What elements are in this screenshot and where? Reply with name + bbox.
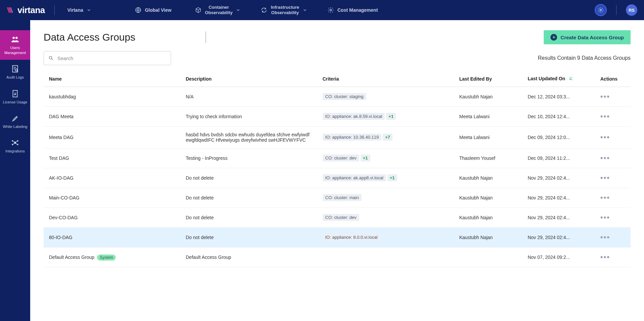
row-actions-menu[interactable]: ••• bbox=[600, 174, 610, 182]
divider bbox=[54, 5, 55, 15]
sidebar-item-integrations[interactable]: Integrations bbox=[0, 134, 30, 158]
row-actions-menu[interactable]: ••• bbox=[600, 92, 610, 101]
cell-description: Do not delete bbox=[180, 227, 317, 247]
nav-infra-l2: Observability bbox=[271, 10, 299, 15]
sidebar-item-audit-logs[interactable]: Audit Logs bbox=[0, 60, 30, 84]
cell-actions: ••• bbox=[595, 148, 631, 168]
brand-name: virtana bbox=[17, 5, 45, 15]
th-name[interactable]: Name bbox=[44, 71, 180, 87]
nav-container-l1: Container bbox=[205, 5, 232, 10]
criteria-more-badge[interactable]: +1 bbox=[387, 174, 397, 181]
settings-button[interactable] bbox=[595, 4, 607, 16]
cell-updated-on: Nov 07, 2024 09:2... bbox=[522, 247, 595, 267]
cell-description: Do not delete bbox=[180, 188, 317, 208]
criteria-tag: CO: cluster: dev bbox=[323, 154, 359, 162]
divider bbox=[616, 5, 616, 15]
system-badge: System bbox=[97, 255, 116, 261]
nav-global-view[interactable]: Global View bbox=[131, 5, 175, 15]
table-row[interactable]: DAG MeetaTrying to check informationIO: … bbox=[44, 106, 631, 126]
sidebar-label: White Labeling bbox=[3, 125, 28, 129]
sidebar-label-l1: Users bbox=[10, 46, 20, 50]
sidebar-label-l2: Management bbox=[4, 51, 26, 55]
table-row[interactable]: Meeta DAGhasbd hdvs bvdsh sdcbv ewhuds d… bbox=[44, 126, 631, 148]
create-data-access-group-button[interactable]: + Create Data Access Group bbox=[544, 30, 631, 44]
nav-infra-l1: Infrastructure bbox=[271, 5, 299, 10]
cell-name: AK-IO-DAG bbox=[44, 168, 180, 188]
row-actions-menu[interactable]: ••• bbox=[600, 133, 610, 141]
criteria-tag: CO: cluster: staging bbox=[323, 93, 366, 100]
integrations-icon bbox=[11, 138, 19, 147]
th-actions: Actions bbox=[595, 71, 631, 87]
cell-edited-by: Meeta Lalwani bbox=[454, 106, 522, 126]
brand-logo[interactable]: virtana bbox=[7, 5, 45, 15]
brush-icon bbox=[11, 114, 19, 123]
cell-edited-by: Kaustubh Najan bbox=[454, 208, 522, 227]
nav-cost-mgmt[interactable]: Cost Management bbox=[324, 5, 381, 15]
cell-criteria bbox=[317, 247, 454, 267]
cell-edited-by: Kaustubh Najan bbox=[454, 87, 522, 106]
nav-infra-obs[interactable]: Infrastructure Observability bbox=[257, 3, 311, 17]
nav-container-obs[interactable]: Container Observability bbox=[192, 3, 244, 17]
gear-icon bbox=[327, 7, 334, 13]
topbar: virtana Virtana Global View Container Ob… bbox=[0, 0, 644, 20]
chevron-down-icon bbox=[87, 8, 91, 12]
cell-actions: ••• bbox=[595, 227, 631, 247]
table-row[interactable]: Test DAGTesting - InProgressCO: cluster:… bbox=[44, 148, 631, 168]
row-actions-menu[interactable]: ••• bbox=[600, 193, 610, 202]
gear-icon bbox=[598, 7, 604, 13]
criteria-more-badge[interactable]: +1 bbox=[361, 154, 370, 162]
org-selector[interactable]: Virtana bbox=[64, 5, 95, 15]
search-icon bbox=[48, 55, 54, 61]
cell-actions: ••• bbox=[595, 208, 631, 227]
cell-actions: ••• bbox=[595, 188, 631, 208]
user-avatar[interactable]: RS bbox=[626, 4, 637, 16]
cell-criteria: CO: cluster: dev bbox=[317, 208, 454, 227]
results-count: Results Contain 9 Data Access Groups bbox=[538, 55, 631, 61]
table-row[interactable]: kaustubhdagN/ACO: cluster: stagingKaustu… bbox=[44, 87, 631, 106]
cell-description: N/A bbox=[180, 87, 317, 106]
row-actions-menu[interactable]: ••• bbox=[600, 253, 610, 261]
table-row[interactable]: Main-CO-DAGDo not deleteCO: cluster: mai… bbox=[44, 188, 631, 208]
svg-text:Z: Z bbox=[571, 77, 572, 79]
row-actions-menu[interactable]: ••• bbox=[600, 112, 610, 121]
criteria-tag: IO: appliance: 8.0.0.vi.local bbox=[323, 234, 380, 241]
org-name: Virtana bbox=[67, 7, 83, 13]
table-row[interactable]: Dev-CO-DAGDo not deleteCO: cluster: devK… bbox=[44, 208, 631, 227]
svg-point-11 bbox=[12, 144, 13, 145]
th-updated-label: Last Updated On bbox=[528, 76, 565, 81]
sort-desc-icon: ZA bbox=[569, 76, 573, 82]
row-actions-menu[interactable]: ••• bbox=[600, 213, 610, 222]
table-row[interactable]: Default Access GroupSystemDefault Access… bbox=[44, 247, 631, 267]
cell-edited-by: Kaustubh Najan bbox=[454, 168, 522, 188]
cell-edited-by: Meeta Lalwani bbox=[454, 126, 522, 148]
row-actions-menu[interactable]: ••• bbox=[600, 233, 610, 241]
cell-criteria: IO: appliance: 8.0.0.vi.local bbox=[317, 227, 454, 247]
cell-name: DAG Meeta bbox=[44, 106, 180, 126]
audit-icon bbox=[11, 64, 19, 73]
criteria-more-badge[interactable]: +7 bbox=[383, 134, 392, 141]
search-input[interactable] bbox=[44, 51, 171, 65]
create-btn-label: Create Data Access Group bbox=[560, 35, 624, 40]
sidebar-item-users-management[interactable]: Users Management bbox=[0, 30, 30, 60]
svg-point-4 bbox=[15, 37, 18, 39]
th-description[interactable]: Description bbox=[180, 71, 317, 87]
cell-edited-by: Kaustubh Najan bbox=[454, 227, 522, 247]
th-updated-on[interactable]: Last Updated On ZA bbox=[522, 71, 595, 87]
row-actions-menu[interactable]: ••• bbox=[600, 154, 610, 162]
th-criteria[interactable]: Criteria bbox=[317, 71, 454, 87]
cell-updated-on: Dec 12, 2024 03:3... bbox=[522, 87, 595, 106]
criteria-more-badge[interactable]: +1 bbox=[386, 113, 396, 120]
sidebar-label: Audit Logs bbox=[6, 75, 24, 80]
cell-criteria: CO: cluster: main bbox=[317, 188, 454, 208]
license-icon bbox=[11, 89, 19, 98]
cell-updated-on: Nov 29, 2024 02:4... bbox=[522, 208, 595, 227]
cell-criteria: CO: cluster: dev+1 bbox=[317, 148, 454, 168]
cell-description: Trying to check information bbox=[180, 106, 317, 126]
table-row[interactable]: 80-IO-DAGDo not deleteIO: appliance: 8.0… bbox=[44, 227, 631, 247]
sidebar-item-white-labeling[interactable]: White Labeling bbox=[0, 109, 30, 134]
sidebar-item-license-usage[interactable]: License Usage bbox=[0, 85, 30, 109]
th-edited-by[interactable]: Last Edited By bbox=[454, 71, 522, 87]
sidebar: Users Management Audit Logs License Usag… bbox=[0, 20, 30, 321]
cell-updated-on: Nov 29, 2024 02:4... bbox=[522, 227, 595, 247]
table-row[interactable]: AK-IO-DAGDo not deleteIO: appliance: ak.… bbox=[44, 168, 631, 188]
